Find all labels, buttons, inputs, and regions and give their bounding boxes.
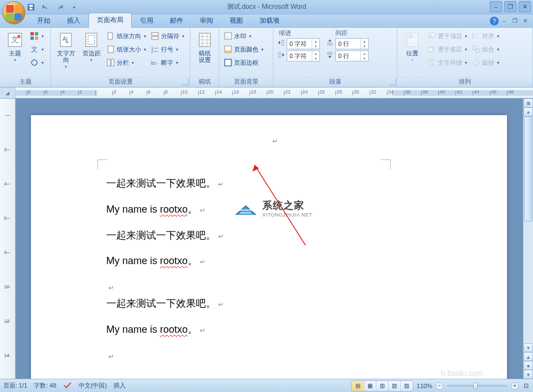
status-language[interactable]: 中文(中国) (79, 381, 107, 390)
qat-customize-dropdown[interactable]: ▾ (69, 2, 80, 13)
rotate-button: 旋转▾ (470, 56, 500, 69)
page-setup-launcher[interactable] (182, 79, 189, 85)
svg-text:A: A (63, 36, 66, 42)
horizontal-ruler[interactable]: 8642246810121416182022242628303234363840… (15, 87, 533, 98)
qat-save-button[interactable] (25, 2, 37, 13)
spacing-after-spinner[interactable]: 0 行▲▼ (335, 50, 369, 61)
watermark-button[interactable]: A水印▾ (222, 30, 265, 42)
minimize-button[interactable]: – (490, 1, 502, 12)
margins-button[interactable]: 页边距 ▾ (80, 30, 103, 64)
svg-rect-1 (29, 5, 33, 7)
select-browse-object-button[interactable]: ● (524, 361, 533, 370)
group-label-page-setup: 页面设置 (51, 77, 190, 87)
ruler-toggle-button[interactable]: ▦ (524, 99, 533, 107)
page-color-button[interactable]: 页面颜色▾ (222, 43, 265, 55)
group-manuscript: 稿纸 设置 稿纸 (190, 28, 219, 87)
svg-text:文: 文 (31, 45, 38, 53)
ribbon-restore-button[interactable]: ❐ (510, 17, 519, 24)
tab-home[interactable]: 开始 (29, 13, 59, 28)
breaks-button[interactable]: 分隔符▾ (149, 30, 185, 42)
svg-rect-36 (225, 50, 231, 53)
tab-references[interactable]: 引用 (132, 13, 162, 28)
theme-fonts-button[interactable]: 文▾ (29, 43, 45, 55)
position-button: 位置 ▾ (401, 30, 424, 64)
tab-view[interactable]: 视图 (221, 13, 251, 28)
svg-rect-58 (474, 33, 478, 35)
view-full-screen[interactable]: ▦ (364, 381, 376, 391)
close-button[interactable]: ✕ (519, 1, 531, 12)
spacing-before-spinner[interactable]: 0 行▲▼ (335, 38, 369, 49)
view-draft[interactable]: ▨ (401, 381, 413, 391)
group-page-background: A水印▾ 页面颜色▾ 页面边框 页面背景 (219, 28, 273, 87)
previous-page-button[interactable]: ▴ (524, 352, 533, 361)
svg-rect-9 (35, 37, 38, 40)
status-page[interactable]: 页面: 1/1 (3, 381, 27, 390)
tab-review[interactable]: 审阅 (192, 13, 221, 28)
ribbon-tabs: 开始 插入 页面布局 引用 邮件 审阅 视图 加载项 ? – ❐ ✕ (0, 14, 533, 28)
group-themes: 文 主题 ▾ ▾ 文▾ ▾ 主题 (0, 28, 51, 87)
bring-to-front-button: 置于顶层▾ (426, 30, 468, 42)
help-icon[interactable]: ? (490, 17, 499, 25)
vertical-scrollbar[interactable]: ▦ ▲ ▼ ▴ ● ▾ (523, 99, 533, 379)
tab-insert[interactable]: 插入 (59, 13, 89, 28)
quick-access-toolbar: ▾ (25, 1, 80, 13)
watermark-overlay: 系统之家XITONGZHIJIA.NET (234, 198, 312, 218)
group-label-arrange: 排列 (397, 77, 532, 87)
paragraph-launcher[interactable] (389, 79, 396, 85)
indent-right-spinner[interactable]: 0 字符▲▼ (287, 50, 320, 61)
view-outline[interactable]: ▧ (389, 381, 401, 391)
hyphenation-button[interactable]: bc-断字▾ (149, 56, 185, 69)
document-content[interactable]: 一起来测试一下效果吧。↵ My name is rootxo。↵ 一起来测试一下… (106, 171, 224, 359)
text-direction-button[interactable]: A 文字方向 ▾ (54, 30, 77, 70)
svg-text:bc-: bc- (151, 60, 158, 66)
svg-rect-2 (29, 8, 32, 10)
svg-rect-20 (152, 33, 158, 35)
view-buttons: ▤ ▦ ▥ ▧ ▨ (351, 380, 413, 391)
tab-page-layout[interactable]: 页面布局 (89, 13, 132, 28)
document-area: 246810121416 ↵ 一起来测试一下效果吧。↵ My name is r… (0, 99, 533, 379)
status-proofing-icon[interactable] (63, 381, 72, 391)
qat-undo-button[interactable] (40, 2, 51, 13)
ribbon-close-button[interactable]: ✕ (521, 17, 530, 24)
spacing-before-icon (325, 38, 334, 49)
maximize-button[interactable]: ❐ (504, 1, 516, 12)
view-print-layout[interactable]: ▤ (352, 381, 364, 391)
status-bar: 页面: 1/1 字数: 48 中文(中国) 插入 ▤ ▦ ▥ ▧ ▨ 110% … (0, 379, 533, 392)
office-button[interactable] (2, 1, 25, 24)
status-expand-icon[interactable]: ⊡ (522, 382, 530, 389)
qat-redo-button[interactable] (54, 2, 65, 13)
theme-colors-button[interactable]: ▾ (29, 30, 45, 42)
page-borders-button[interactable]: 页面边框 (222, 56, 265, 69)
vertical-ruler[interactable]: 246810121416 (0, 99, 15, 379)
zoom-level[interactable]: 110% (417, 383, 432, 389)
svg-rect-37 (225, 59, 231, 66)
tab-mailings[interactable]: 邮件 (162, 13, 192, 28)
themes-button[interactable]: 文 主题 ▾ (3, 30, 27, 64)
svg-line-64 (255, 165, 306, 245)
status-words[interactable]: 字数: 48 (34, 381, 56, 390)
zoom-slider-thumb[interactable] (473, 383, 478, 389)
zoom-out-button[interactable]: − (436, 382, 443, 390)
indent-left-spinner[interactable]: 0 字符▲▼ (287, 38, 320, 49)
line-numbers-button[interactable]: 12行号▾ (149, 43, 185, 55)
ribbon-minimize-button[interactable]: – (500, 17, 509, 24)
scroll-up-button[interactable]: ▲ (524, 107, 533, 116)
group-label-themes: 主题 (0, 77, 50, 87)
zoom-slider[interactable] (447, 385, 508, 387)
tab-addins[interactable]: 加载项 (251, 13, 288, 28)
svg-rect-59 (474, 37, 477, 38)
ruler-corner[interactable]: ◢ (0, 87, 15, 98)
theme-effects-button[interactable]: ▾ (29, 56, 45, 69)
zoom-in-button[interactable]: + (511, 382, 519, 390)
manuscript-settings-button[interactable]: 稿纸 设置 (194, 30, 215, 64)
scroll-thumb[interactable] (524, 116, 532, 221)
scroll-down-button[interactable]: ▼ (524, 343, 533, 352)
view-web-layout[interactable]: ▥ (376, 381, 389, 391)
size-button[interactable]: 纸张大小▾ (105, 43, 147, 55)
svg-rect-6 (30, 32, 34, 35)
next-page-button[interactable]: ▾ (524, 370, 533, 379)
orientation-button[interactable]: 纸张方向▾ (105, 30, 147, 42)
status-insert-mode[interactable]: 插入 (113, 381, 126, 390)
columns-button[interactable]: 分栏▾ (105, 56, 147, 69)
page-viewport[interactable]: ↵ 一起来测试一下效果吧。↵ My name is rootxo。↵ 一起来测试… (15, 99, 533, 379)
